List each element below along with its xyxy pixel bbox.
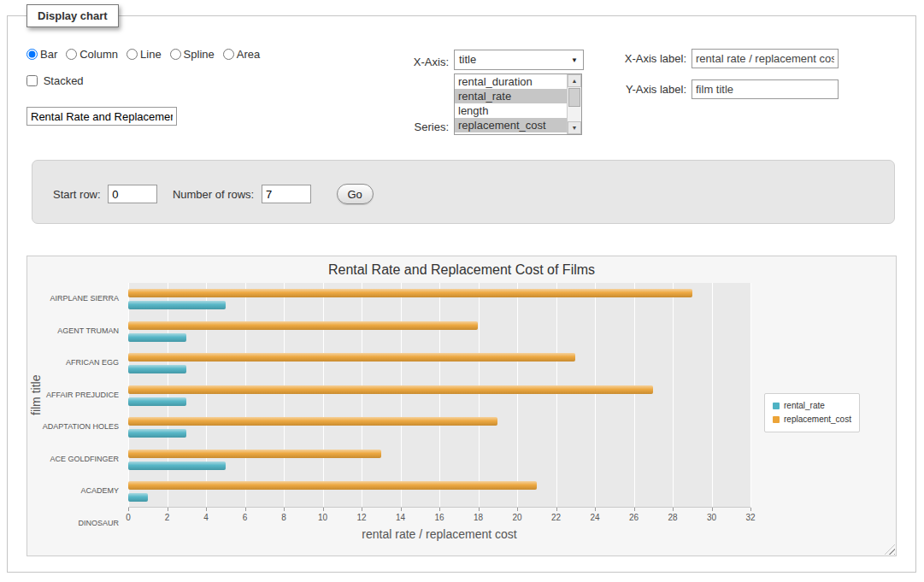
bar-rental_rate[interactable] — [128, 461, 226, 470]
go-button[interactable]: Go — [337, 184, 374, 204]
radio-column[interactable] — [66, 49, 77, 60]
tick-mark — [439, 508, 440, 511]
x-tick-label: 8 — [281, 513, 286, 522]
radio-bar[interactable] — [26, 49, 38, 60]
x-axis-label-input[interactable] — [692, 49, 839, 68]
bar-group — [128, 347, 750, 379]
legend-item-replacement_cost[interactable]: replacement_cost — [773, 413, 851, 426]
bar-replacement_cost[interactable] — [128, 289, 692, 297]
category-labels: AIRPLANE SIERRAAGENT TRUMANAFRICAN EGGAF… — [39, 283, 124, 508]
tick-mark — [245, 508, 246, 511]
chart-type-radio-column[interactable]: Column — [66, 48, 118, 61]
category-label: AGENT TRUMAN — [39, 315, 124, 348]
x-tick-labels: 02468101214161820222426283032 — [128, 510, 750, 524]
x-tick-label: 0 — [126, 513, 131, 522]
tick-mark — [712, 508, 713, 511]
bar-group — [128, 315, 750, 348]
bar-replacement_cost[interactable] — [128, 417, 497, 426]
plot-area — [128, 283, 750, 508]
x-tick-label: 4 — [203, 513, 209, 522]
chart-title: Rental Rate and Replacement Cost of Film… — [27, 262, 896, 278]
x-tick-label: 20 — [512, 513, 521, 522]
x-axis-title: rental rate / replacement cost — [128, 527, 750, 541]
y-axis-label-label: Y-Axis label: — [553, 79, 686, 99]
x-tick-label: 26 — [629, 513, 639, 522]
chart-type-radio-bar[interactable]: Bar — [26, 48, 57, 61]
bar-replacement_cost[interactable] — [128, 450, 381, 458]
chart-type-radio-spline[interactable]: Spline — [170, 48, 215, 61]
tick-mark — [595, 508, 596, 511]
bar-group — [128, 444, 750, 476]
bar-rental_rate[interactable] — [128, 397, 186, 406]
rows-panel: Start row: Number of rows: Go — [32, 160, 895, 224]
legend-item-rental_rate[interactable]: rental_rate — [773, 399, 851, 413]
bar-rental_rate[interactable] — [128, 493, 148, 502]
x-tick-label: 6 — [243, 513, 248, 522]
tick-mark — [517, 508, 518, 511]
x-tick-label: 24 — [590, 513, 599, 522]
x-tick-label: 22 — [551, 513, 561, 522]
x-tick-label: 12 — [356, 513, 366, 522]
tick-mark — [362, 508, 362, 511]
start-row-input[interactable] — [108, 185, 157, 203]
chart-type-radio-line[interactable]: Line — [127, 48, 162, 61]
series-option-length[interactable]: length — [455, 103, 567, 118]
chart-type-radios: BarColumnLineSplineArea — [26, 48, 268, 61]
category-label: ADAPTATION HOLES — [39, 411, 124, 444]
bar-replacement_cost[interactable] — [128, 385, 653, 394]
stacked-checkbox[interactable] — [26, 75, 38, 86]
tick-mark — [634, 508, 635, 511]
radio-spline[interactable] — [170, 49, 181, 60]
tick-mark — [479, 508, 480, 511]
category-label: AFRICAN EGG — [39, 347, 124, 379]
category-label: AIRPLANE SIERRA — [39, 283, 124, 315]
bar-replacement_cost[interactable] — [128, 321, 478, 330]
bar-rental_rate[interactable] — [128, 301, 226, 309]
chart-title-input[interactable] — [26, 107, 177, 126]
bar-group — [128, 283, 750, 315]
x-tick-label: 18 — [474, 513, 483, 522]
tick-mark — [168, 508, 168, 511]
stacked-row: Stacked — [26, 74, 84, 87]
stacked-checkbox-label[interactable]: Stacked — [26, 74, 84, 87]
chart-legend: rental_ratereplacement_cost — [764, 393, 860, 432]
x-axis-selected-value: title — [459, 53, 476, 66]
x-tick-label: 2 — [165, 513, 170, 522]
series-option-replacement_cost[interactable]: replacement_cost — [455, 118, 567, 132]
display-chart-fieldset: Display chart BarColumnLineSplineArea St… — [7, 15, 916, 573]
chart-type-radio-area[interactable]: Area — [223, 48, 260, 61]
legend-swatch-icon — [773, 416, 780, 423]
bar-rental_rate[interactable] — [128, 429, 186, 438]
series-option-rental_duration[interactable]: rental_duration — [455, 74, 567, 89]
bar-rental_rate[interactable] — [128, 365, 186, 373]
tick-mark — [556, 508, 557, 511]
gridline — [750, 283, 751, 507]
num-rows-label: Number of rows: — [173, 188, 254, 201]
tick-mark — [206, 508, 207, 511]
x-tick-label: 28 — [668, 513, 677, 522]
y-axis-label-input[interactable] — [692, 79, 839, 99]
legend-swatch-icon — [773, 403, 780, 409]
x-axis-label-label: X-Axis label: — [553, 49, 686, 68]
num-rows-input[interactable] — [262, 185, 311, 203]
bar-rental_rate[interactable] — [128, 333, 186, 342]
page: Display chart BarColumnLineSplineArea St… — [0, 0, 924, 582]
tick-mark — [128, 508, 129, 511]
x-tick-label: 16 — [434, 513, 444, 522]
x-tick-label: 14 — [396, 513, 405, 522]
bar-replacement_cost[interactable] — [128, 481, 537, 490]
x-tick-label: 10 — [318, 513, 327, 522]
category-label: ACADEMY DINOSAUR — [39, 475, 124, 539]
tick-mark — [284, 508, 285, 511]
radio-line[interactable] — [127, 49, 138, 60]
resize-handle-icon[interactable] — [885, 544, 895, 555]
radio-area[interactable] — [223, 49, 234, 60]
x-tick-label: 30 — [707, 513, 716, 522]
scroll-down-icon[interactable]: ▼ — [568, 121, 581, 134]
bar-group — [128, 475, 750, 508]
tick-mark — [401, 508, 402, 511]
bar-replacement_cost[interactable] — [128, 353, 575, 362]
tick-mark — [750, 508, 751, 511]
bar-group — [128, 411, 750, 444]
series-option-rental_rate[interactable]: rental_rate — [455, 89, 567, 103]
